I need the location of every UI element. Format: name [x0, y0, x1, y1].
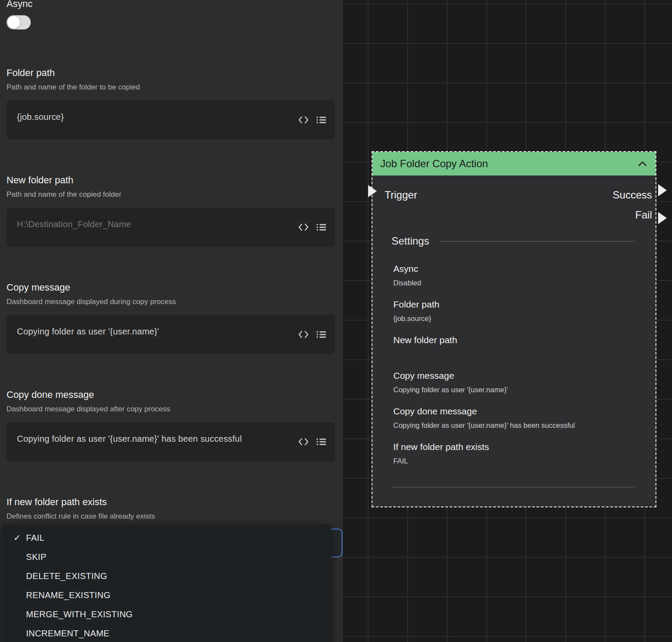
folder-path-label: Folder path — [7, 67, 336, 79]
setting-label: Folder path — [393, 299, 638, 310]
list-icon[interactable] — [316, 115, 326, 125]
copy-done-message-description: Dashboard message displayed after copy p… — [7, 404, 336, 414]
list-icon[interactable] — [316, 437, 326, 447]
menu-option-rename-existing[interactable]: RENAME_EXISTING — [2, 586, 331, 605]
setting-value: {job.source} — [393, 314, 638, 323]
new-folder-path-input[interactable]: H:\Destination_Folder_Name — [7, 208, 335, 247]
folder-path-value: {job.source} — [17, 110, 296, 124]
copy-message-input[interactable]: Copying folder as user '{user.name}' — [7, 315, 335, 354]
copy-done-message-input[interactable]: Copying folder as user '{user.name}' has… — [7, 422, 335, 461]
menu-option-increment-name[interactable]: INCREMENT_NAME — [2, 624, 331, 642]
success-port-arrow[interactable] — [658, 184, 667, 196]
success-port-label: Success — [613, 189, 652, 201]
new-folder-path-description: Path and name of the copied folder — [7, 190, 336, 199]
code-icon[interactable] — [298, 330, 309, 339]
field-group-new-folder-path: New folder path Path and name of the cop… — [7, 174, 336, 247]
collapse-icon[interactable] — [637, 159, 648, 169]
trigger-port-arrow[interactable] — [368, 185, 377, 197]
setting-label: Async — [393, 263, 638, 275]
node-ports: Trigger Success Fail — [372, 175, 656, 225]
code-icon[interactable] — [298, 115, 309, 125]
setting-value: Disabled — [393, 278, 638, 288]
node-settings-header: Settings — [392, 235, 635, 248]
toggle-knob — [7, 16, 20, 29]
setting-label: Copy message — [393, 370, 638, 381]
conflict-rule-description: Defines conflict rule in case file alrea… — [7, 512, 336, 521]
field-group-copy-done-message: Copy done message Dashboard message disp… — [7, 389, 336, 461]
menu-option-fail[interactable]: ✓ FAIL — [2, 528, 331, 547]
code-icon[interactable] — [298, 437, 309, 447]
menu-option-delete-existing[interactable]: DELETE_EXISTING — [2, 566, 331, 586]
setting-label: If new folder path exists — [393, 441, 638, 453]
flow-canvas[interactable]: Job Folder Copy Action Trigger Success F… — [343, 0, 672, 642]
field-group-folder-path: Folder path Path and name of the folder … — [7, 67, 336, 139]
menu-option-label: DELETE_EXISTING — [26, 571, 107, 581]
menu-option-label: FAIL — [26, 533, 44, 543]
code-icon[interactable] — [298, 222, 309, 232]
node-bottom-divider — [392, 487, 635, 487]
setting-copy-message: Copy message Copying folder as user '{us… — [393, 370, 638, 394]
setting-conflict-rule: If new folder path exists FAIL — [393, 441, 638, 466]
settings-title: Settings — [392, 235, 429, 247]
conflict-rule-menu: ✓ FAIL SKIP DELETE_EXISTING RENAME_EXIST… — [2, 524, 331, 642]
copy-done-message-value: Copying folder as user '{user.name}' has… — [17, 432, 296, 446]
folder-path-input[interactable]: {job.source} — [7, 100, 335, 139]
node-title: Job Folder Copy Action — [380, 158, 637, 170]
checkmark-icon: ✓ — [13, 528, 21, 547]
setting-folder-path: Folder path {job.source} — [393, 299, 638, 323]
copy-message-description: Dashboard message displayed during copy … — [7, 297, 336, 306]
menu-option-label: SKIP — [26, 552, 46, 562]
folder-path-description: Path and name of the folder to be copied — [7, 83, 336, 92]
setting-label: New folder path — [393, 334, 638, 346]
menu-option-label: MERGE_WITH_EXISTING — [26, 609, 133, 619]
node-settings-list: Async Disabled Folder path {job.source} … — [393, 263, 638, 466]
setting-new-folder-path: New folder path — [393, 334, 638, 359]
menu-option-label: INCREMENT_NAME — [26, 629, 109, 638]
field-group-copy-message: Copy message Dashboard message displayed… — [7, 281, 336, 354]
node-header[interactable]: Job Folder Copy Action — [372, 152, 656, 175]
copy-message-value: Copying folder as user '{user.name}' — [17, 325, 296, 338]
conflict-rule-label: If new folder path exists — [7, 496, 336, 508]
setting-copy-done-message: Copy done message Copying folder as user… — [393, 406, 638, 430]
async-toggle[interactable] — [7, 15, 31, 30]
menu-option-merge-with-existing[interactable]: MERGE_WITH_EXISTING — [2, 605, 331, 624]
node-job-folder-copy-action[interactable]: Job Folder Copy Action Trigger Success F… — [372, 151, 656, 507]
list-icon[interactable] — [316, 222, 326, 232]
setting-value: Copying folder as user '{user.name}' — [393, 385, 638, 394]
settings-divider — [440, 241, 635, 242]
new-folder-path-placeholder: H:\Destination_Folder_Name — [17, 218, 296, 231]
setting-async: Async Disabled — [393, 263, 638, 288]
list-icon[interactable] — [316, 330, 326, 339]
copy-message-label: Copy message — [7, 281, 336, 293]
setting-label: Copy done message — [393, 406, 638, 417]
setting-value: Copying folder as user '{user.name}' has… — [393, 421, 638, 430]
trigger-port-label: Trigger — [385, 189, 417, 201]
fail-port-arrow[interactable] — [658, 212, 667, 224]
fail-port-label: Fail — [635, 209, 652, 221]
copy-done-message-label: Copy done message — [7, 389, 336, 400]
async-label: Async — [7, 0, 343, 10]
setting-value: FAIL — [393, 457, 638, 466]
app-root: Async Folder path Path and name of the f… — [0, 0, 672, 642]
menu-option-label: RENAME_EXISTING — [26, 590, 111, 600]
menu-option-skip[interactable]: SKIP — [2, 547, 331, 566]
new-folder-path-label: New folder path — [7, 174, 336, 186]
